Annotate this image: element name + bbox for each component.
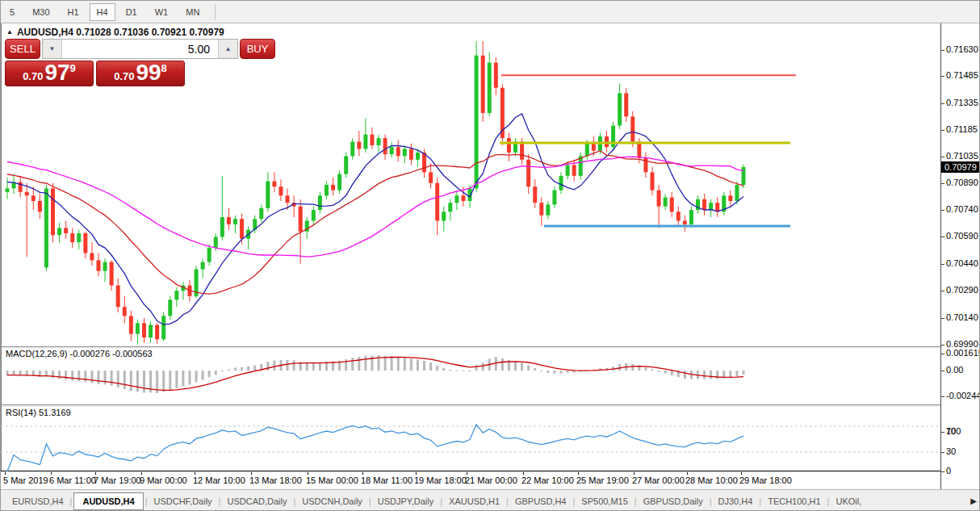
time-tick bbox=[308, 472, 308, 475]
candlestick-chart-canvas[interactable] bbox=[1, 23, 940, 471]
tab-usdjpy-daily[interactable]: USDJPY,Daily bbox=[373, 493, 439, 509]
timeframe-button-5[interactable]: 5 bbox=[2, 3, 22, 21]
rsi-tick-label: 0 bbox=[946, 466, 951, 475]
time-tick bbox=[95, 472, 96, 475]
macd-label: MACD(12,26,9) -0.000276 -0.000563 bbox=[6, 349, 153, 358]
macd-tick-label: -0.002443 bbox=[946, 391, 980, 400]
tab-divider: | bbox=[826, 496, 831, 506]
time-tick bbox=[467, 472, 467, 475]
tab-dj30-h4[interactable]: DJ30,H4 bbox=[714, 493, 758, 509]
volume-increase-button[interactable]: ▲ bbox=[218, 40, 237, 58]
macd-tick-label-tick bbox=[941, 354, 944, 354]
tab-gbpusd-h4[interactable]: GBPUSD,H4 bbox=[510, 493, 572, 509]
time-tick bbox=[195, 472, 195, 475]
time-tick bbox=[251, 472, 252, 475]
tab-usdcad-daily[interactable]: USDCAD,Daily bbox=[222, 493, 291, 509]
price-tick-label-tick bbox=[941, 210, 944, 211]
price-tick-label: 0.70440 bbox=[946, 258, 978, 268]
time-tick bbox=[523, 472, 524, 475]
tab-tech100-h1[interactable]: TECH100,H1 bbox=[763, 493, 825, 509]
price-tick-label: 0.71630 bbox=[946, 44, 978, 54]
volume-input[interactable] bbox=[62, 40, 218, 58]
current-price-tag: 0.70979 bbox=[941, 161, 980, 173]
time-tick bbox=[5, 472, 6, 475]
price-tick-label: 0.70590 bbox=[946, 231, 978, 241]
sell-price-big: 97 bbox=[44, 62, 69, 84]
time-label: 5 Mar 2019 bbox=[3, 475, 48, 485]
time-label: 9 Mar 00:00 bbox=[140, 475, 187, 485]
rsi-tick-label-tick bbox=[941, 452, 944, 453]
price-tick-label: 0.71185 bbox=[946, 124, 978, 134]
timeframe-button-m30[interactable]: M30 bbox=[25, 3, 57, 21]
tab-divider: | bbox=[571, 496, 576, 506]
time-label: 28 Mar 10:00 bbox=[685, 475, 738, 485]
tab-ukoil[interactable]: UKOil, bbox=[831, 493, 866, 509]
timeframe-button-d1[interactable]: D1 bbox=[119, 3, 144, 21]
price-tick-label: 0.71035 bbox=[946, 151, 978, 161]
tab-divider: | bbox=[69, 496, 74, 506]
price-tick-label-tick bbox=[941, 264, 944, 265]
timeframe-button-w1[interactable]: W1 bbox=[148, 3, 176, 21]
time-tick bbox=[741, 472, 742, 475]
tab-divider: | bbox=[367, 496, 373, 506]
time-label: 22 Mar 10:00 bbox=[521, 475, 574, 485]
macd-tick-label: 0.001615 bbox=[946, 348, 980, 358]
time-tick bbox=[141, 472, 142, 475]
tab-usdchf-daily[interactable]: USDCHF,Daily bbox=[149, 493, 216, 509]
rsi-tick-label: 70 bbox=[946, 426, 956, 436]
buy-price-big: 99 bbox=[136, 62, 161, 84]
timeframe-button-h1[interactable]: H1 bbox=[61, 3, 86, 21]
price-axis[interactable]: 0.70979 0.716300.714850.713350.711850.71… bbox=[940, 23, 980, 489]
price-tick-label-tick bbox=[941, 157, 944, 157]
time-axis[interactable]: 5 Mar 20196 Mar 11:007 Mar 19:009 Mar 00… bbox=[1, 472, 940, 489]
time-label: 15 Mar 00:00 bbox=[306, 475, 358, 485]
time-tick bbox=[578, 472, 579, 475]
time-label: 27 Mar 00:00 bbox=[632, 475, 685, 485]
tab-sp500-m15[interactable]: SP500,M15 bbox=[576, 493, 632, 509]
timeframe-button-mn[interactable]: MN bbox=[178, 3, 207, 21]
price-tick-label-tick bbox=[941, 50, 944, 51]
price-tick-label-tick bbox=[941, 237, 944, 237]
tab-audusd-h4[interactable]: AUDUSD,H4 bbox=[73, 492, 143, 510]
time-label: 7 Mar 19:00 bbox=[94, 475, 141, 485]
tab-scroll-right-button[interactable]: ▶ bbox=[970, 496, 977, 505]
time-tick bbox=[51, 472, 52, 475]
tab-divider: | bbox=[633, 496, 639, 506]
time-label: 21 Mar 00:00 bbox=[465, 475, 517, 485]
buy-button[interactable]: BUY bbox=[240, 39, 275, 59]
tab-divider: | bbox=[505, 496, 510, 506]
timeframe-buttons: 5M30H1H4D1W1MN bbox=[2, 3, 207, 21]
timeframe-button-h4[interactable]: H4 bbox=[90, 3, 115, 21]
volume-decrease-button[interactable]: ▼ bbox=[43, 40, 62, 58]
tab-gbpusd-daily[interactable]: GBPUSD,Daily bbox=[639, 493, 708, 509]
time-tick bbox=[687, 472, 688, 475]
toolbar-divider bbox=[215, 4, 216, 20]
tab-divider: | bbox=[144, 496, 149, 506]
price-tick-label: 0.70140 bbox=[946, 312, 978, 322]
buy-price-prefix: 0.70 bbox=[114, 69, 134, 84]
timeframe-toolbar: 5M30H1H4D1W1MN bbox=[1, 1, 979, 23]
time-label: 18 Mar 11:00 bbox=[361, 475, 413, 485]
rsi-tick-label: 30 bbox=[946, 446, 956, 456]
buy-price-box[interactable]: 0.70 99 8 bbox=[96, 61, 185, 86]
price-tick-label: 0.71335 bbox=[946, 98, 978, 107]
rsi-label: RSI(14) 51.3169 bbox=[6, 408, 71, 417]
price-tick-label-tick bbox=[941, 291, 944, 291]
sell-price-box[interactable]: 0.70 97 9 bbox=[5, 61, 94, 86]
symbol-arrow-icon: ▲ bbox=[6, 28, 13, 36]
tab-usdcnh-daily[interactable]: USDCNH,Daily bbox=[297, 493, 367, 509]
price-tick-label-tick bbox=[941, 103, 944, 104]
tab-eurusd-h4[interactable]: EURUSD,H4 bbox=[7, 493, 69, 509]
time-label: 6 Mar 11:00 bbox=[49, 475, 96, 485]
tab-xauusd-h1[interactable]: XAUUSD,H1 bbox=[444, 493, 505, 509]
buy-price-pip: 8 bbox=[161, 62, 167, 74]
mt4-window: 5M30H1H4D1W1MN ▲ AUDUSD,H4 0.71028 0.710… bbox=[0, 0, 980, 511]
tab-divider: | bbox=[217, 496, 223, 506]
price-tick-label-tick bbox=[941, 318, 944, 319]
tab-divider: | bbox=[438, 496, 444, 506]
chart-tabs-bar: EURUSD,H4|AUDUSD,H4|USDCHF,Daily|USDCAD,… bbox=[1, 489, 979, 511]
price-tick-label: 0.71485 bbox=[946, 70, 978, 80]
price-tick-label: 0.70890 bbox=[946, 178, 978, 187]
time-tick bbox=[362, 472, 363, 475]
sell-button[interactable]: SELL bbox=[5, 39, 40, 59]
